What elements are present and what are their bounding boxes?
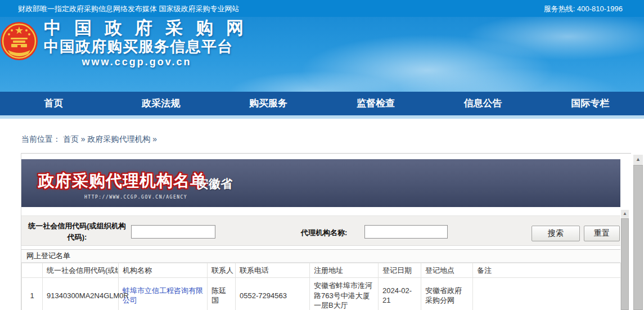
cell-index: 1: [22, 278, 43, 310]
cell-credit-code: 91340300MA2N4GLM0R: [43, 278, 119, 310]
national-emblem-icon: [0, 21, 38, 62]
col-header-register-place: 登记地点: [421, 263, 473, 278]
site-logo[interactable]: 中国政府采购网 中国政府购买服务信息平台 www.ccgp.gov.cn: [0, 17, 264, 76]
service-hotline: 服务热线: 400-810-1996: [544, 4, 623, 14]
cell-register-date: 2024-02-21: [379, 278, 421, 310]
outer-scrollbar-thumb[interactable]: [633, 165, 643, 310]
search-button[interactable]: 搜索: [532, 226, 580, 241]
nav-item-home[interactable]: 首页: [0, 92, 107, 115]
nav-item-international[interactable]: 国际专栏: [537, 92, 644, 115]
col-header-register-date: 登记日期: [379, 263, 421, 278]
top-bar: 财政部唯一指定政府采购信息网络发布媒体 国家级政府采购专业网站 服务热线: 40…: [0, 0, 644, 17]
inner-scrollbar-thumb[interactable]: [621, 218, 629, 310]
col-header-contact-person: 联系人: [208, 263, 236, 278]
table-header-row: 统一社会信用代码(或组织 机构名称 联系人 联系电话 注册地址 登记日期 登记地…: [22, 263, 621, 278]
site-slogan: 财政部唯一指定政府采购信息网络发布媒体 国家级政府采购专业网站: [18, 4, 240, 14]
credit-code-label: 统一社会信用代码(或组织机构代码):: [25, 221, 129, 243]
nav-bottom-strip: [0, 115, 644, 119]
agency-table: 统一社会信用代码(或组织 机构名称 联系人 联系电话 注册地址 登记日期 登记地…: [21, 263, 621, 310]
col-header-remark: 备注: [473, 263, 621, 278]
scroll-up-icon: ▲: [623, 211, 627, 216]
breadcrumb-prefix: 当前位置：: [21, 134, 61, 143]
nav-item-purchase-services[interactable]: 购买服务: [215, 92, 322, 115]
breadcrumb: 当前位置： 首页 » 政府采购代理机构 »: [21, 134, 157, 145]
nav-item-announcements[interactable]: 信息公告: [429, 92, 537, 115]
site-name: 中国政府采购网: [44, 18, 246, 38]
breadcrumb-home-link[interactable]: 首页: [63, 134, 79, 143]
inner-scrollbar[interactable]: ▲: [621, 210, 629, 310]
cell-registered-address: 安徽省蚌埠市淮河路763号中港大厦一层B大厅: [310, 278, 379, 310]
cell-contact-phone: 0552-7294563: [236, 278, 310, 310]
scroll-up-icon: ▲: [636, 156, 641, 162]
breadcrumb-separator: »: [81, 134, 85, 143]
list-section-title: 网上登记名单: [21, 249, 620, 263]
search-form: 统一社会信用代码(或组织机构代码): 代理机构名称: 搜索 重置: [21, 215, 620, 246]
outer-scrollbar[interactable]: ▲: [633, 155, 643, 310]
panel-top-divider: [21, 153, 631, 154]
reset-button[interactable]: 重置: [584, 226, 620, 241]
banner-province: 安徽省: [197, 176, 232, 192]
credit-code-input[interactable]: [131, 225, 215, 239]
cell-register-place: 安徽省政府采购分网: [421, 278, 473, 310]
nav-item-regulations[interactable]: 政采法规: [107, 92, 215, 115]
agency-name-input[interactable]: [364, 225, 448, 239]
agency-name-link[interactable]: 蚌埠市立信工程咨询有限公司: [123, 286, 203, 305]
main-nav: 首页 政采法规 购买服务 监督检查 信息公告 国际专栏: [0, 92, 644, 115]
breadcrumb-trailing-separator: »: [152, 134, 157, 143]
col-header-contact-phone: 联系电话: [236, 263, 310, 278]
inner-scroll-up-button[interactable]: ▲: [621, 210, 629, 218]
table-row: 1 91340300MA2N4GLM0R 蚌埠市立信工程咨询有限公司 陈廷国 0…: [22, 278, 621, 310]
cell-contact-person: 陈廷国: [208, 278, 236, 310]
banner-title: 政府采购代理机构名单: [38, 170, 207, 192]
col-header-index: [22, 263, 43, 278]
breadcrumb-section-link[interactable]: 政府采购代理机构: [87, 134, 150, 143]
col-header-agency-name: 机构名称: [119, 263, 208, 278]
site-url: www.ccgp.gov.cn: [44, 56, 229, 69]
col-header-registered-address: 注册地址: [310, 263, 379, 278]
agency-list-banner: 政府采购代理机构名单 安徽省 HTTP://WWW.CCGP.GOV.CN/AG…: [21, 159, 620, 207]
logo-text: 中国政府采购网 中国政府购买服务信息平台 www.ccgp.gov.cn: [44, 18, 246, 69]
outer-scroll-up-button[interactable]: ▲: [633, 155, 643, 164]
agency-name-label: 代理机构名称:: [301, 228, 347, 238]
banner-url-caption: HTTP://WWW.CCGP.GOV.CN/AGENCY: [84, 195, 187, 200]
col-header-credit-code: 统一社会信用代码(或组织: [43, 263, 119, 278]
platform-name: 中国政府购买服务信息平台: [44, 38, 246, 56]
cell-remark: [473, 278, 621, 310]
nav-item-supervision[interactable]: 监督检查: [322, 92, 429, 115]
header-banner: 中国政府采购网 中国政府购买服务信息平台 www.ccgp.gov.cn: [0, 17, 644, 92]
